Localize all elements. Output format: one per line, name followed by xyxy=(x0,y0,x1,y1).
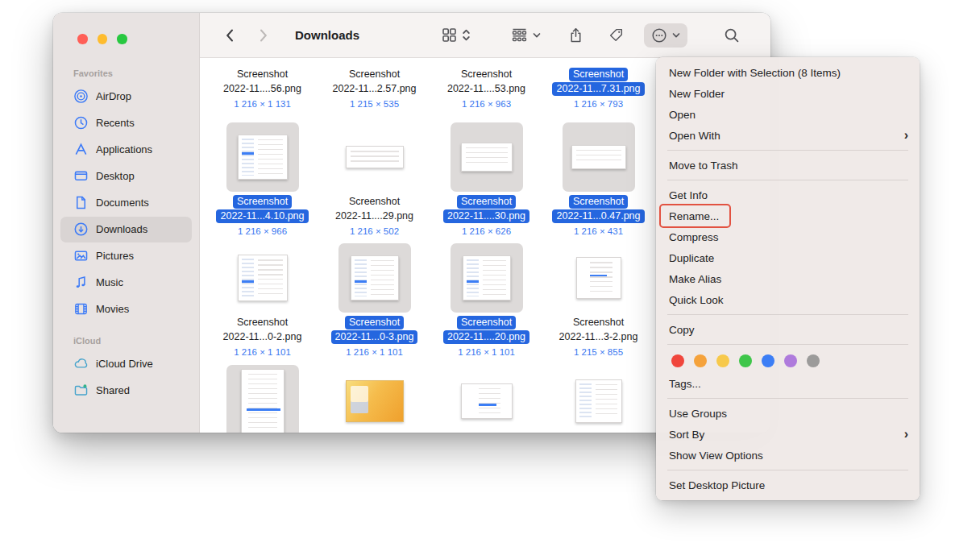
menu-item-sort-by[interactable]: Sort By› xyxy=(656,424,920,445)
menu-item-show-view-options[interactable]: Show View Options xyxy=(656,445,920,466)
tag-red[interactable] xyxy=(671,354,684,367)
menu-item-make-alias[interactable]: Make Alias xyxy=(656,268,920,289)
sidebar-item-airdrop[interactable]: AirDrop xyxy=(60,84,192,110)
file-tile-selected[interactable]: Screenshot2022-11...0.47.png 1 216 × 431 xyxy=(542,122,654,236)
sidebar-item-movies[interactable]: Movies xyxy=(60,296,192,322)
zoom-button[interactable] xyxy=(117,34,127,44)
file-thumbnail xyxy=(226,365,299,433)
menu-divider xyxy=(667,398,908,399)
menu-item-tags[interactable]: Tags... xyxy=(656,373,920,394)
file-tile-selected[interactable] xyxy=(206,365,318,433)
tag-blue[interactable] xyxy=(762,354,774,367)
sidebar-item-label: Downloads xyxy=(96,223,147,235)
file-thumbnail xyxy=(226,122,299,192)
tag-purple[interactable] xyxy=(784,354,797,367)
sidebar-item-label: AirDrop xyxy=(96,90,131,102)
file-tile[interactable] xyxy=(542,365,654,433)
file-tile[interactable]: Screenshot2022-11...3-2.png 1 215 × 855 xyxy=(542,243,654,357)
file-thumbnail xyxy=(563,365,635,433)
menu-item-new-folder[interactable]: New Folder xyxy=(656,83,920,104)
submenu-arrow-icon: › xyxy=(904,129,908,142)
file-tile[interactable]: Screenshot2022-11...0-2.png 1 216 × 1 10… xyxy=(206,243,318,357)
sidebar-item-pictures[interactable]: Pictures xyxy=(60,243,192,269)
search-icon[interactable] xyxy=(721,25,742,46)
menu-item-compress[interactable]: Compress xyxy=(656,226,920,247)
menu-item-open[interactable]: Open xyxy=(656,104,920,125)
film-icon xyxy=(73,301,89,317)
close-button[interactable] xyxy=(77,34,88,44)
forward-button[interactable] xyxy=(253,25,274,46)
sidebar-item-applications[interactable]: Applications xyxy=(60,137,192,163)
menu-item-label: Tags... xyxy=(669,378,701,390)
file-dimensions: 1 216 × 1 101 xyxy=(430,347,542,357)
file-tile[interactable]: Screenshot2022-11....56.png 1 216 × 1 13… xyxy=(206,68,318,109)
file-thumbnail xyxy=(563,122,635,192)
context-menu: New Folder with Selection (8 Items) New … xyxy=(656,57,920,500)
tag-orange[interactable] xyxy=(694,354,707,367)
sidebar-section-favorites: Favorites xyxy=(53,68,199,78)
menu-divider xyxy=(667,314,908,315)
menu-item-use-groups[interactable]: Use Groups xyxy=(656,403,920,424)
cloud-icon xyxy=(73,356,89,372)
menu-item-move-to-trash[interactable]: Move to Trash xyxy=(656,155,920,176)
menu-item-copy[interactable]: Copy xyxy=(656,319,920,340)
file-name: Screenshot2022-11...3-2.png xyxy=(542,316,654,344)
file-name: Screenshot2022-11...7.31.png xyxy=(542,68,654,96)
menu-item-get-info[interactable]: Get Info xyxy=(656,184,920,205)
file-thumbnail xyxy=(451,243,523,313)
file-tile[interactable]: Screenshot2022-11....29.png 1 216 × 502 xyxy=(318,122,430,236)
menu-item-open-with[interactable]: Open With› xyxy=(656,125,920,146)
sidebar-section-icloud: iCloud xyxy=(53,336,199,346)
menu-item-label: Duplicate xyxy=(669,252,714,264)
sidebar-item-desktop[interactable]: Desktop xyxy=(60,164,192,189)
tag-yellow[interactable] xyxy=(716,354,729,367)
sidebar-item-documents[interactable]: Documents xyxy=(60,190,192,216)
file-name: Screenshot2022-11...2.57.png xyxy=(318,68,430,96)
pictures-icon xyxy=(73,248,89,264)
back-button[interactable] xyxy=(219,25,240,46)
toolbar: Downloads xyxy=(200,13,770,58)
group-control[interactable] xyxy=(511,28,541,42)
file-thumbnail xyxy=(451,365,523,433)
sidebar-item-recents[interactable]: Recents xyxy=(60,110,192,136)
menu-item-quick-look[interactable]: Quick Look xyxy=(656,289,920,310)
traffic-lights xyxy=(53,34,199,44)
menu-item-duplicate[interactable]: Duplicate xyxy=(656,247,920,268)
minimize-button[interactable] xyxy=(98,34,108,44)
sidebar-item-music[interactable]: Music xyxy=(60,270,192,296)
tags-button[interactable] xyxy=(605,25,626,46)
desktop-icon xyxy=(73,168,89,184)
view-control[interactable] xyxy=(442,27,471,43)
menu-item-label: Open xyxy=(669,109,696,121)
share-button[interactable] xyxy=(565,25,586,46)
file-dimensions: 1 216 × 431 xyxy=(542,226,654,236)
menu-item-label: Move to Trash xyxy=(669,160,738,172)
more-actions-button[interactable] xyxy=(644,23,687,48)
tag-green[interactable] xyxy=(739,354,752,367)
sidebar-item-icloud-drive[interactable]: iCloud Drive xyxy=(60,351,192,377)
file-tile[interactable]: Screenshot2022-11...2.57.png 1 215 × 535 xyxy=(318,68,430,109)
menu-item-new-folder-with-selection[interactable]: New Folder with Selection (8 Items) xyxy=(656,62,920,83)
file-tile-selected[interactable]: Screenshot2022-11....30.png 1 216 × 626 xyxy=(430,122,542,236)
file-dimensions: 1 216 × 1 131 xyxy=(206,99,318,109)
file-tile-selected[interactable]: Screenshot2022-11...0-3.png 1 216 × 1 10… xyxy=(318,243,430,357)
menu-item-set-desktop-picture[interactable]: Set Desktop Picture xyxy=(656,474,920,495)
sidebar-item-downloads[interactable]: Downloads xyxy=(60,217,192,242)
file-tile[interactable]: Screenshot2022-11....53.png 1 216 × 963 xyxy=(430,68,542,109)
file-tile[interactable] xyxy=(430,365,542,433)
file-dimensions: 1 216 × 626 xyxy=(430,226,542,236)
menu-item-rename[interactable]: Rename... xyxy=(656,205,920,226)
file-name: Screenshot2022-11...0.47.png xyxy=(542,195,654,223)
sidebar-item-shared[interactable]: Shared xyxy=(60,378,192,404)
file-tile-selected[interactable]: Screenshot2022-11...7.31.png 1 216 × 793 xyxy=(542,68,654,109)
sidebar-item-label: Movies xyxy=(96,303,129,315)
menu-divider xyxy=(667,344,908,345)
file-thumbnail xyxy=(563,243,635,313)
file-dimensions: 1 215 × 855 xyxy=(542,347,654,357)
file-tile-selected[interactable]: Screenshot2022-11....20.png 1 216 × 1 10… xyxy=(430,243,542,357)
file-tile[interactable] xyxy=(318,365,430,433)
file-tile-selected[interactable]: Screenshot2022-11...4.10.png 1 216 × 966 xyxy=(206,122,318,236)
file-thumbnail xyxy=(338,243,411,313)
sidebar-item-label: Pictures xyxy=(96,250,134,262)
tag-gray[interactable] xyxy=(807,354,820,367)
